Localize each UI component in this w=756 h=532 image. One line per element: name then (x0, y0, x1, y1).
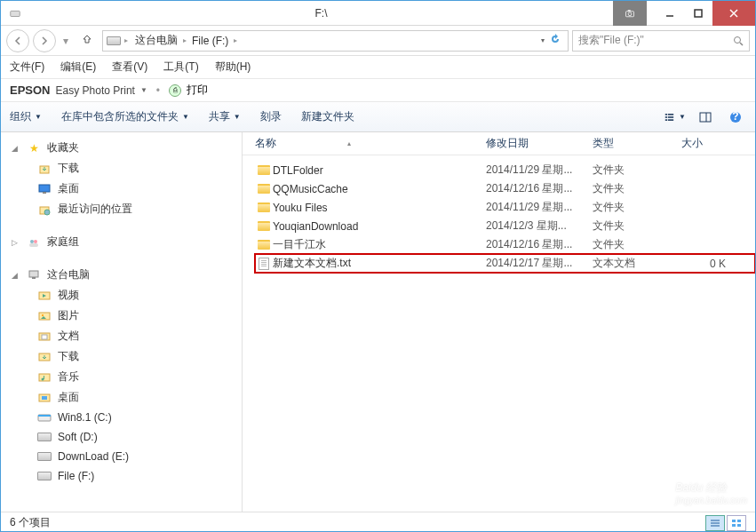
up-button[interactable] (76, 33, 99, 48)
menu-tools[interactable]: 工具(T) (163, 60, 198, 75)
icons-view-button[interactable] (727, 515, 746, 531)
menu-bar: 文件(F) 编辑(E) 查看(V) 工具(T) 帮助(H) (1, 56, 755, 79)
file-type: 文件夹 (593, 237, 681, 252)
svg-rect-12 (665, 116, 667, 118)
search-placeholder: 搜索"File (F:)" (578, 33, 733, 48)
tree-videos[interactable]: 视频 (1, 285, 242, 306)
window-icon (6, 4, 24, 22)
breadcrumb: 这台电脑 ▸ File (F:) ▸ (131, 31, 537, 50)
forward-button[interactable] (33, 29, 56, 52)
close-button[interactable] (712, 1, 755, 26)
svg-rect-3 (628, 10, 631, 12)
menu-file[interactable]: 文件(F) (10, 60, 44, 75)
collapse-icon[interactable]: ◢ (12, 144, 20, 153)
tree-drive-d[interactable]: Soft (D:) (1, 427, 242, 447)
homegroup-icon (26, 235, 42, 250)
computer-icon (26, 268, 42, 282)
epson-brand: EPSON (10, 83, 51, 97)
camera-button[interactable] (613, 1, 647, 26)
file-date: 2014/12/3 星期... (486, 218, 593, 234)
tree-pictures[interactable]: 图片 (1, 306, 242, 326)
file-type: 文件夹 (593, 163, 681, 178)
epson-text[interactable]: Easy Photo Print (56, 84, 135, 97)
file-row[interactable]: DTLFolder2014/11/29 星期...文件夹 (255, 161, 755, 179)
file-name: QQMusicCache (273, 183, 486, 195)
file-row[interactable]: 新建文本文档.txt2014/12/17 星期...文本文档0 K (255, 254, 755, 273)
svg-rect-16 (700, 113, 711, 122)
details-view-button[interactable] (705, 515, 725, 531)
navigation-bar: ▾ ▸ 这台电脑 ▸ File (F:) ▸ ▾ 搜索"File (F:)" (1, 26, 755, 56)
svg-line-9 (740, 43, 743, 45)
tree-drive-e[interactable]: DownLoad (E:) (1, 447, 242, 466)
new-folder-button[interactable]: 新建文件夹 (301, 109, 354, 124)
menu-edit[interactable]: 编辑(E) (60, 60, 96, 75)
window-title: F:\ (29, 7, 613, 20)
column-date[interactable]: 修改日期 (486, 136, 593, 151)
tree-drive-c[interactable]: Win8.1 (C:) (1, 408, 242, 427)
tree-music[interactable]: 音乐 (1, 367, 242, 387)
help-button[interactable]: ? (725, 107, 746, 127)
drive-icon (36, 469, 52, 483)
organize-button[interactable]: 组织▼ (10, 109, 42, 124)
folder-icon (255, 202, 273, 212)
tree-this-pc[interactable]: ◢ 这台电脑 (1, 265, 242, 285)
address-dropdown[interactable]: ▾ (541, 36, 545, 44)
refresh-button[interactable] (546, 34, 564, 47)
recent-dropdown[interactable]: ▾ (60, 35, 72, 47)
tree-favorites[interactable]: ◢ ★ 收藏夹 (1, 138, 242, 158)
column-headers: 名称▴ 修改日期 类型 大小 (243, 132, 755, 155)
back-button[interactable] (6, 29, 29, 52)
tree-recent[interactable]: 最近访问的位置 (1, 199, 242, 219)
window-controls (613, 1, 755, 25)
share-button[interactable]: 共享▼ (209, 109, 241, 124)
file-name: YouqianDownload (273, 220, 486, 233)
file-row[interactable]: QQMusicCache2014/12/16 星期...文件夹 (255, 179, 755, 198)
svg-point-25 (30, 240, 34, 243)
epson-dropdown[interactable]: ▼ (140, 86, 147, 94)
file-row[interactable]: Youku Files2014/11/29 星期...文件夹 (255, 198, 755, 217)
file-date: 2014/11/29 星期... (486, 163, 593, 178)
address-bar[interactable]: ▸ 这台电脑 ▸ File (F:) ▸ ▾ (102, 30, 569, 52)
tree-downloads2[interactable]: 下载 (1, 346, 242, 367)
maximize-button[interactable] (684, 1, 712, 26)
file-rows: DTLFolder2014/11/29 星期...文件夹QQMusicCache… (243, 155, 755, 273)
tree-drive-f[interactable]: File (F:) (1, 466, 242, 486)
desktop-icon (36, 182, 52, 196)
view-options-button[interactable]: ▼ (664, 107, 686, 127)
search-input[interactable]: 搜索"File (F:)" (572, 30, 750, 52)
menu-help[interactable]: 帮助(H) (215, 60, 251, 75)
file-row[interactable]: 一目千江水2014/12/16 星期...文件夹 (255, 235, 755, 254)
file-row[interactable]: YouqianDownload2014/12/3 星期...文件夹 (255, 217, 755, 235)
column-type[interactable]: 类型 (593, 136, 681, 151)
svg-text:?: ? (732, 110, 738, 123)
column-name[interactable]: 名称▴ (255, 136, 486, 151)
item-count: 6 个项目 (10, 515, 51, 530)
preview-pane-button[interactable] (695, 107, 716, 127)
tree-documents[interactable]: 文档 (1, 326, 242, 346)
tree-desktop[interactable]: 桌面 (1, 179, 242, 199)
column-size[interactable]: 大小 (681, 136, 703, 151)
menu-view[interactable]: 查看(V) (112, 60, 147, 75)
burn-button[interactable]: 刻录 (260, 109, 282, 124)
breadcrumb-location[interactable]: File (F:) (188, 33, 232, 49)
file-name: Youku Files (273, 202, 486, 214)
collapse-icon[interactable]: ◢ (12, 271, 20, 280)
file-type: 文件夹 (593, 200, 681, 215)
breadcrumb-root[interactable]: 这台电脑 (131, 31, 181, 50)
tree-downloads[interactable]: 下载 (1, 158, 242, 179)
svg-rect-22 (43, 192, 46, 194)
expand-icon[interactable]: ▷ (12, 238, 20, 247)
epson-print[interactable]: 打印 (187, 83, 208, 98)
tree-homegroup[interactable]: ▷ 家庭组 (1, 232, 242, 252)
file-name: 新建文本文档.txt (273, 256, 486, 271)
command-toolbar: 组织▼ 在库中包含所选的文件夹▼ 共享▼ 刻录 新建文件夹 ▼ ? (1, 102, 755, 132)
tree-desktop2[interactable]: 桌面 (1, 387, 242, 408)
file-date: 2014/12/16 星期... (486, 181, 593, 196)
minimize-button[interactable] (656, 1, 684, 26)
content-area: ◢ ★ 收藏夹 下载 桌面 最近访问的位置 ▷ 家庭组 (1, 132, 755, 512)
chevron-right-icon[interactable]: ▸ (124, 36, 128, 44)
epson-toolbar: EPSON Easy Photo Print ▼ • ⎙ 打印 (1, 79, 755, 102)
include-button[interactable]: 在库中包含所选的文件夹▼ (61, 109, 189, 124)
separator: • (156, 84, 160, 97)
file-type: 文件夹 (593, 218, 681, 234)
